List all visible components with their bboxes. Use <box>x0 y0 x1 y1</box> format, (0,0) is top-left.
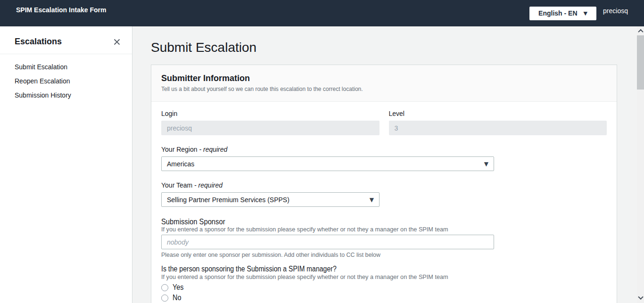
sidebar: Escalations Submit Escalation Reopen Esc… <box>0 26 132 303</box>
chevron-down-icon: ▼ <box>484 161 488 167</box>
main-content: Submit Escalation Submitter Information … <box>132 26 644 303</box>
team-required-text: - required <box>194 181 223 189</box>
team-select[interactable]: Selling Partner Premium Services (SPPS) … <box>161 192 380 207</box>
sidebar-nav: Submit Escalation Reopen Escalation Subm… <box>0 54 132 108</box>
sponsor-input[interactable] <box>161 235 494 249</box>
radio-option-yes[interactable]: Yes <box>161 283 607 292</box>
topbar-right-group: English - EN ▼ preciosq <box>529 7 628 20</box>
chevron-down-icon <box>638 295 643 300</box>
sidebar-item-submit-escalation[interactable]: Submit Escalation <box>0 60 132 74</box>
content-shell: Escalations Submit Escalation Reopen Esc… <box>0 26 644 303</box>
sidebar-header: Escalations <box>0 26 132 54</box>
team-field-group: Your Team - required Selling Partner Pre… <box>161 181 607 207</box>
login-input <box>161 121 380 135</box>
region-field-group: Your Region - required Americas ▼ <box>161 146 607 171</box>
app-title: SPIM Escalation Intake Form <box>16 6 106 14</box>
scrollbar-up-arrow[interactable] <box>637 27 644 35</box>
level-input <box>389 121 607 135</box>
manager-question-description: If you entered a sponsor for the submiss… <box>161 274 607 280</box>
card-body: Login Level Your Region - required Ameri… <box>151 102 617 303</box>
login-level-row: Login Level <box>161 110 607 135</box>
card-title: Submitter Information <box>161 74 607 83</box>
top-navigation-bar: SPIM Escalation Intake Form English - EN… <box>0 0 644 26</box>
sidebar-item-reopen-escalation[interactable]: Reopen Escalation <box>0 74 132 88</box>
page-title: Submit Escalation <box>151 41 617 55</box>
sponsor-field-group: Submission Sponsor If you entered a spon… <box>161 217 607 258</box>
chevron-down-icon: ▼ <box>370 197 374 203</box>
card-description: Tell us a bit about yourself so we can r… <box>161 86 607 92</box>
manager-question-label: Is the person sponsoring the Submission … <box>161 265 607 273</box>
chevron-up-icon <box>638 29 643 34</box>
manager-question-group: Is the person sponsoring the Submission … <box>161 265 607 302</box>
scrollbar-thumb[interactable] <box>637 35 644 90</box>
team-select-value: Selling Partner Premium Services (SPPS) <box>167 196 289 204</box>
radio-option-no[interactable]: No <box>161 294 607 302</box>
submitter-information-card: Submitter Information Tell us a bit abou… <box>151 65 617 303</box>
card-header: Submitter Information Tell us a bit abou… <box>151 65 617 102</box>
login-field-group: Login <box>161 110 380 135</box>
level-label: Level <box>389 110 607 117</box>
username: preciosq <box>603 7 628 15</box>
sponsor-label: Submission Sponsor <box>161 217 607 226</box>
sponsor-constraint-text: Please only enter one sponsor per submis… <box>161 252 607 258</box>
radio-label-yes: Yes <box>173 283 185 292</box>
region-required-text: - required <box>199 146 227 153</box>
sidebar-item-submission-history[interactable]: Submission History <box>0 88 132 102</box>
region-select[interactable]: Americas ▼ <box>161 156 494 171</box>
level-field-group: Level <box>389 110 607 135</box>
language-selector-label: English - EN <box>538 9 577 17</box>
sidebar-title: Escalations <box>15 37 62 47</box>
sponsor-description: If you entered a sponsor for the submiss… <box>161 226 607 233</box>
region-select-value: Americas <box>167 160 194 168</box>
login-label: Login <box>161 110 380 117</box>
team-label: Your Team - required <box>161 181 607 189</box>
sponsor-input-wrap <box>161 235 607 249</box>
radio-label-no: No <box>173 294 182 302</box>
scrollbar-down-arrow[interactable] <box>637 295 644 302</box>
chevron-down-icon: ▼ <box>584 11 587 16</box>
radio-button-icon[interactable] <box>161 295 168 302</box>
vertical-scrollbar[interactable] <box>637 26 644 303</box>
radio-button-icon[interactable] <box>161 284 168 291</box>
sidebar-close-button[interactable] <box>113 38 121 46</box>
language-selector[interactable]: English - EN ▼ <box>529 7 596 20</box>
region-label: Your Region - required <box>161 146 607 153</box>
close-icon <box>113 38 121 46</box>
